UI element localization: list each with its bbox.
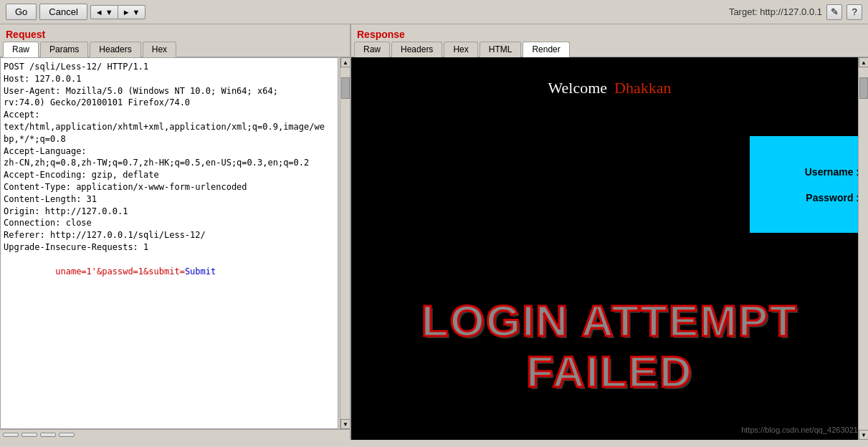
failed-line2: FAILED [421, 346, 798, 397]
highlight-red-part: uname=1'&passwd=1&submit= [55, 266, 185, 277]
username-text: Dhakkan [614, 79, 671, 97]
bottom-btn-3[interactable] [40, 433, 56, 437]
tab-render-response[interactable]: Render [523, 42, 569, 57]
tab-html-response[interactable]: HTML [480, 42, 522, 57]
password-label: Password : [806, 192, 859, 203]
tab-params-request[interactable]: Params [40, 42, 88, 57]
scroll-up-arrow[interactable]: ▲ [340, 57, 350, 67]
failed-line1: LOGIN ATTEMPT [421, 295, 798, 346]
tab-headers-request[interactable]: Headers [90, 42, 140, 57]
login-failed-text: LOGIN ATTEMPT FAILED [421, 295, 798, 397]
bottom-btn-4[interactable] [59, 433, 75, 437]
tab-raw-request[interactable]: Raw [3, 42, 39, 57]
bottom-btn-1[interactable] [3, 433, 19, 437]
highlight-blue-part: Submit [185, 266, 216, 277]
scroll-down-arrow[interactable]: ▼ [340, 419, 350, 429]
request-text: POST /sqli/Less-12/ HTTP/1.1 Host: 127.0… [4, 61, 335, 254]
target-url-text: http://127.0.0.1 [760, 6, 822, 17]
render-area: Welcome Dhakkan Username : Password : LO… [351, 57, 868, 440]
response-scroll-thumb[interactable] [859, 77, 868, 99]
response-scroll-up[interactable]: ▲ [859, 57, 868, 67]
login-box: Username : Password : [750, 136, 868, 233]
toolbar: Go Cancel ◄ ▼ ► ▼ Target: http://127.0.0… [0, 0, 868, 24]
welcome-text: Welcome [548, 79, 608, 97]
response-scroll-down[interactable]: ▼ [859, 430, 868, 440]
request-highlighted: uname=1'&passwd=1&submit=Submit [4, 254, 335, 289]
request-bottom-bar [0, 429, 350, 440]
welcome-section: Welcome Dhakkan [548, 79, 672, 97]
right-panel: Response Raw Headers Hex HTML Render Wel… [351, 24, 868, 440]
request-body[interactable]: POST /sqli/Less-12/ HTTP/1.1 Host: 127.0… [0, 57, 338, 429]
response-tab-bar: Raw Headers Hex HTML Render [351, 42, 868, 57]
nav-group: ◄ ▼ ► ▼ [90, 5, 146, 19]
request-scrollbar[interactable]: ▲ ▼ [340, 57, 350, 429]
response-title: Response [351, 24, 868, 42]
response-scrollbar[interactable]: ▲ ▼ [858, 57, 868, 440]
scroll-thumb[interactable] [341, 77, 350, 99]
main-layout: Request Raw Params Headers Hex POST /sql… [0, 24, 868, 440]
forward-button[interactable]: ► ▼ [118, 5, 146, 19]
username-label: Username : [805, 166, 859, 178]
target-label: Target: http://127.0.0.1 [729, 6, 822, 17]
tab-headers-response[interactable]: Headers [391, 42, 442, 57]
bottom-btn-2[interactable] [22, 433, 37, 437]
tab-hex-request[interactable]: Hex [143, 42, 176, 57]
request-tab-bar: Raw Params Headers Hex [0, 42, 350, 57]
edit-button[interactable]: ✎ [826, 4, 842, 20]
cancel-button[interactable]: Cancel [39, 4, 87, 20]
request-wrapper: POST /sqli/Less-12/ HTTP/1.1 Host: 127.0… [0, 57, 350, 429]
target-section: Target: http://127.0.0.1 ✎ ? [729, 4, 862, 20]
tab-hex-response[interactable]: Hex [444, 42, 477, 57]
request-title: Request [0, 24, 350, 42]
back-button[interactable]: ◄ ▼ [90, 5, 118, 19]
left-panel: Request Raw Params Headers Hex POST /sql… [0, 24, 351, 440]
help-button[interactable]: ? [846, 4, 862, 20]
tab-raw-response[interactable]: Raw [354, 42, 390, 57]
go-button[interactable]: Go [6, 4, 37, 20]
footer-url: https://blog.csdn.net/qq_42630215 [741, 426, 862, 434]
target-prefix-text: Target: [729, 6, 758, 17]
